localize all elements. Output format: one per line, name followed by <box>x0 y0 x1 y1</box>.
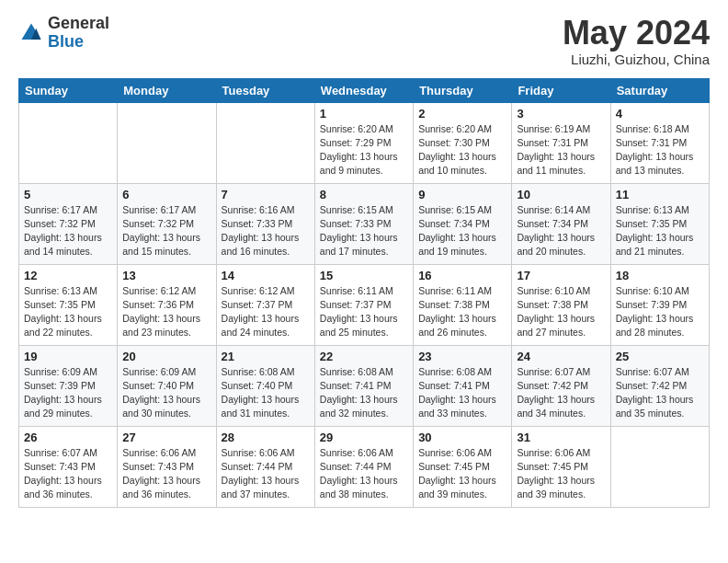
day-number: 22 <box>320 350 408 363</box>
day-number: 24 <box>517 350 605 363</box>
header: General Blue May 2024 Liuzhi, Guizhou, C… <box>18 15 710 67</box>
logo-general: General <box>48 15 109 33</box>
day-cell: 4Sunrise: 6:18 AMSunset: 7:31 PMDaylight… <box>610 102 709 183</box>
day-cell: 5Sunrise: 6:17 AMSunset: 7:32 PMDaylight… <box>19 183 118 264</box>
day-detail: Sunrise: 6:06 AMSunset: 7:44 PMDaylight:… <box>222 446 310 502</box>
day-cell <box>610 426 709 507</box>
day-cell: 12Sunrise: 6:13 AMSunset: 7:35 PMDayligh… <box>19 264 118 345</box>
day-number: 25 <box>616 350 704 363</box>
weekday-header-monday: Monday <box>118 78 216 102</box>
day-number: 11 <box>616 188 704 201</box>
day-cell: 29Sunrise: 6:06 AMSunset: 7:44 PMDayligh… <box>314 426 413 507</box>
day-detail: Sunrise: 6:16 AMSunset: 7:33 PMDaylight:… <box>222 203 310 259</box>
day-cell: 11Sunrise: 6:13 AMSunset: 7:35 PMDayligh… <box>610 183 709 264</box>
day-number: 15 <box>320 269 408 282</box>
weekday-header-row: SundayMondayTuesdayWednesdayThursdayFrid… <box>19 78 710 102</box>
logo-icon <box>18 20 44 46</box>
day-detail: Sunrise: 6:08 AMSunset: 7:41 PMDaylight:… <box>418 365 506 421</box>
day-cell <box>118 102 216 183</box>
day-number: 14 <box>222 269 310 282</box>
day-detail: Sunrise: 6:06 AMSunset: 7:45 PMDaylight:… <box>517 446 605 502</box>
weekday-header-friday: Friday <box>512 78 610 102</box>
day-detail: Sunrise: 6:07 AMSunset: 7:42 PMDaylight:… <box>616 365 704 421</box>
weekday-header-wednesday: Wednesday <box>314 78 413 102</box>
day-number: 1 <box>320 107 408 121</box>
weekday-header-sunday: Sunday <box>19 78 118 102</box>
day-detail: Sunrise: 6:19 AMSunset: 7:31 PMDaylight:… <box>517 122 605 178</box>
day-detail: Sunrise: 6:12 AMSunset: 7:36 PMDaylight:… <box>122 284 210 340</box>
week-row-4: 19Sunrise: 6:09 AMSunset: 7:39 PMDayligh… <box>19 345 710 426</box>
day-detail: Sunrise: 6:09 AMSunset: 7:39 PMDaylight:… <box>24 365 112 421</box>
day-detail: Sunrise: 6:17 AMSunset: 7:32 PMDaylight:… <box>122 203 210 259</box>
day-cell: 13Sunrise: 6:12 AMSunset: 7:36 PMDayligh… <box>118 264 216 345</box>
day-number: 7 <box>222 188 310 201</box>
day-detail: Sunrise: 6:10 AMSunset: 7:38 PMDaylight:… <box>517 284 605 340</box>
title-block: May 2024 Liuzhi, Guizhou, China <box>563 15 710 67</box>
day-cell: 31Sunrise: 6:06 AMSunset: 7:45 PMDayligh… <box>512 426 610 507</box>
day-detail: Sunrise: 6:07 AMSunset: 7:42 PMDaylight:… <box>517 365 605 421</box>
day-number: 10 <box>517 188 605 201</box>
page: General Blue May 2024 Liuzhi, Guizhou, C… <box>0 0 728 523</box>
day-number: 13 <box>122 269 210 282</box>
day-cell: 6Sunrise: 6:17 AMSunset: 7:32 PMDaylight… <box>118 183 216 264</box>
day-number: 4 <box>616 107 704 121</box>
day-number: 23 <box>418 350 506 363</box>
day-cell: 21Sunrise: 6:08 AMSunset: 7:40 PMDayligh… <box>216 345 314 426</box>
day-number: 26 <box>24 431 112 444</box>
day-number: 9 <box>418 188 506 201</box>
day-cell: 28Sunrise: 6:06 AMSunset: 7:44 PMDayligh… <box>216 426 314 507</box>
day-cell: 22Sunrise: 6:08 AMSunset: 7:41 PMDayligh… <box>314 345 413 426</box>
day-detail: Sunrise: 6:07 AMSunset: 7:43 PMDaylight:… <box>24 446 112 502</box>
day-cell: 10Sunrise: 6:14 AMSunset: 7:34 PMDayligh… <box>512 183 610 264</box>
day-cell: 26Sunrise: 6:07 AMSunset: 7:43 PMDayligh… <box>19 426 118 507</box>
calendar-table: SundayMondayTuesdayWednesdayThursdayFrid… <box>18 78 710 508</box>
day-detail: Sunrise: 6:06 AMSunset: 7:45 PMDaylight:… <box>418 446 506 502</box>
day-detail: Sunrise: 6:14 AMSunset: 7:34 PMDaylight:… <box>517 203 605 259</box>
day-number: 28 <box>222 431 310 444</box>
day-detail: Sunrise: 6:06 AMSunset: 7:44 PMDaylight:… <box>320 446 408 502</box>
day-detail: Sunrise: 6:12 AMSunset: 7:37 PMDaylight:… <box>222 284 310 340</box>
day-cell: 19Sunrise: 6:09 AMSunset: 7:39 PMDayligh… <box>19 345 118 426</box>
day-number: 6 <box>122 188 210 201</box>
day-cell: 18Sunrise: 6:10 AMSunset: 7:39 PMDayligh… <box>610 264 709 345</box>
day-number: 31 <box>517 431 605 444</box>
week-row-5: 26Sunrise: 6:07 AMSunset: 7:43 PMDayligh… <box>19 426 710 507</box>
day-detail: Sunrise: 6:10 AMSunset: 7:39 PMDaylight:… <box>616 284 704 340</box>
day-cell <box>216 102 314 183</box>
day-cell: 9Sunrise: 6:15 AMSunset: 7:34 PMDaylight… <box>414 183 512 264</box>
day-cell: 14Sunrise: 6:12 AMSunset: 7:37 PMDayligh… <box>216 264 314 345</box>
day-detail: Sunrise: 6:08 AMSunset: 7:40 PMDaylight:… <box>222 365 310 421</box>
day-detail: Sunrise: 6:09 AMSunset: 7:40 PMDaylight:… <box>122 365 210 421</box>
day-number: 5 <box>24 188 112 201</box>
day-cell: 23Sunrise: 6:08 AMSunset: 7:41 PMDayligh… <box>414 345 512 426</box>
day-number: 16 <box>418 269 506 282</box>
day-cell: 7Sunrise: 6:16 AMSunset: 7:33 PMDaylight… <box>216 183 314 264</box>
day-cell: 27Sunrise: 6:06 AMSunset: 7:43 PMDayligh… <box>118 426 216 507</box>
day-detail: Sunrise: 6:13 AMSunset: 7:35 PMDaylight:… <box>616 203 704 259</box>
day-cell: 2Sunrise: 6:20 AMSunset: 7:30 PMDaylight… <box>414 102 512 183</box>
day-detail: Sunrise: 6:06 AMSunset: 7:43 PMDaylight:… <box>122 446 210 502</box>
day-cell: 17Sunrise: 6:10 AMSunset: 7:38 PMDayligh… <box>512 264 610 345</box>
day-detail: Sunrise: 6:18 AMSunset: 7:31 PMDaylight:… <box>616 122 704 178</box>
logo-blue: Blue <box>48 33 109 52</box>
week-row-1: 1Sunrise: 6:20 AMSunset: 7:29 PMDaylight… <box>19 102 710 183</box>
day-cell: 3Sunrise: 6:19 AMSunset: 7:31 PMDaylight… <box>512 102 610 183</box>
day-detail: Sunrise: 6:20 AMSunset: 7:30 PMDaylight:… <box>418 122 506 178</box>
day-cell <box>19 102 118 183</box>
day-number: 21 <box>222 350 310 363</box>
day-cell: 20Sunrise: 6:09 AMSunset: 7:40 PMDayligh… <box>118 345 216 426</box>
day-detail: Sunrise: 6:20 AMSunset: 7:29 PMDaylight:… <box>320 122 408 178</box>
day-detail: Sunrise: 6:15 AMSunset: 7:33 PMDaylight:… <box>320 203 408 259</box>
day-detail: Sunrise: 6:15 AMSunset: 7:34 PMDaylight:… <box>418 203 506 259</box>
day-cell: 1Sunrise: 6:20 AMSunset: 7:29 PMDaylight… <box>314 102 413 183</box>
weekday-header-thursday: Thursday <box>414 78 512 102</box>
day-detail: Sunrise: 6:11 AMSunset: 7:37 PMDaylight:… <box>320 284 408 340</box>
weekday-header-tuesday: Tuesday <box>216 78 314 102</box>
day-number: 30 <box>418 431 506 444</box>
location: Liuzhi, Guizhou, China <box>563 52 710 67</box>
logo: General Blue <box>18 15 109 52</box>
day-cell: 16Sunrise: 6:11 AMSunset: 7:38 PMDayligh… <box>414 264 512 345</box>
day-detail: Sunrise: 6:11 AMSunset: 7:38 PMDaylight:… <box>418 284 506 340</box>
day-number: 2 <box>418 107 506 121</box>
weekday-header-saturday: Saturday <box>610 78 709 102</box>
